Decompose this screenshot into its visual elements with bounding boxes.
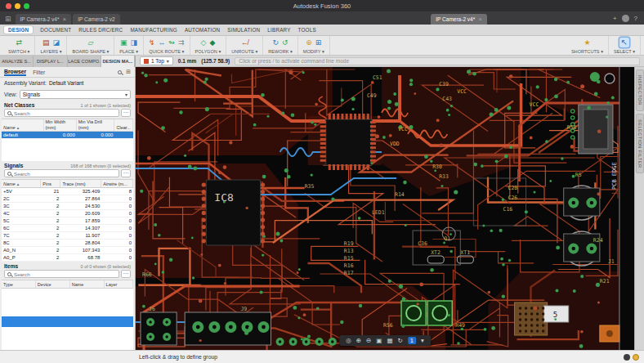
zoom-window-button[interactable] <box>24 3 29 9</box>
table-row[interactable]: +5V21325.4098 <box>2 188 133 195</box>
column-min-via-drill[interactable]: Min Via Drill (mm) <box>77 119 115 131</box>
document-tab[interactable]: IP Camera-2 v4*× <box>16 14 72 25</box>
toolbar-group-label[interactable]: REWORK ▾ <box>268 49 293 54</box>
new-tab-icon[interactable]: + <box>613 16 617 22</box>
workspace-tab-design[interactable]: DESIGN <box>4 26 33 34</box>
board-shape-icon[interactable]: ▱ <box>87 39 93 47</box>
help-icon[interactable]: ? <box>634 16 637 22</box>
column-name[interactable]: Name <box>3 125 16 130</box>
avatar[interactable] <box>622 15 629 22</box>
items-search-input[interactable] <box>14 271 116 277</box>
command-line-input[interactable]: Click or press / to activate command lin… <box>235 57 640 65</box>
view-select[interactable]: Signals ▾ <box>20 90 131 99</box>
place-icon[interactable]: ▣ <box>120 39 127 47</box>
table-row[interactable]: 6C214.3070 <box>2 225 133 232</box>
nav-icon-7[interactable]: ▾ <box>421 338 424 344</box>
tab-close-icon[interactable]: × <box>62 16 66 23</box>
rail-tab-inspector[interactable]: INSPECTOR <box>636 69 644 111</box>
column-type[interactable]: Type <box>2 280 36 288</box>
close-window-button[interactable] <box>6 3 11 9</box>
net-classes-search-input[interactable] <box>14 110 116 116</box>
column-name[interactable]: Name <box>70 280 105 288</box>
panel-tab-2[interactable]: PLACE COMPO... <box>68 56 101 67</box>
app-grid-icon[interactable]: ⊞ <box>5 15 11 23</box>
assembly-variant-value[interactable]: Default Variant <box>49 80 84 86</box>
quick-route-icon[interactable]: ↬ <box>169 39 176 47</box>
document-tab[interactable]: IP Camera-2 v2 <box>73 14 119 25</box>
rework-icon[interactable]: ↺ <box>282 39 288 47</box>
workspace-tab-automation[interactable]: AUTOMATION <box>185 27 220 33</box>
nav-icon-1[interactable]: ⊕ <box>356 338 361 344</box>
items-selection-strip[interactable] <box>2 316 133 327</box>
column-clearance[interactable]: Clear... <box>114 119 133 131</box>
toolbar-group-label[interactable]: SELECT ▾ <box>614 49 635 54</box>
panel-tab-0[interactable]: ANALYZE S... <box>0 56 34 67</box>
quick-route-icon[interactable]: ↯ <box>149 39 155 47</box>
signals-more-button[interactable]: ⋯ <box>121 169 131 177</box>
column-pins[interactable]: Pins <box>41 180 60 187</box>
layer-selector[interactable]: 1 Top ▾ <box>140 56 173 65</box>
signals-search-input[interactable] <box>14 171 116 177</box>
polygon-icon[interactable]: ◆ <box>209 39 215 47</box>
nav-icon-3[interactable]: ▣ <box>376 338 382 344</box>
column-device[interactable]: Device <box>36 280 70 288</box>
pcb-board[interactable]: C51C49C39C43VCCVCCVCCVDDR58R30R33IC8R35R… <box>136 67 634 350</box>
quick-route-icon[interactable]: ↔ <box>159 39 166 47</box>
toolbar-group-label[interactable]: SHORTCUTS ▾ <box>571 49 603 54</box>
place-icon[interactable]: ◨ <box>131 39 138 47</box>
workspace-tab-document[interactable]: DOCUMENT <box>40 27 71 33</box>
job-status-icon[interactable] <box>624 354 630 361</box>
polygon-icon[interactable]: ◇ <box>201 39 207 47</box>
column-min-width[interactable]: Min Width (mm) <box>44 119 77 131</box>
toolbar-group-label[interactable]: PLACE ▾ <box>119 49 138 54</box>
toolbar-group-label[interactable]: SWITCH ▾ <box>8 49 29 54</box>
switch-icon[interactable]: ⇄ <box>16 39 22 47</box>
toolbar-group-label[interactable]: LAYERS ▾ <box>40 49 61 54</box>
workspace-tab-tools[interactable]: TOOLS <box>298 27 316 33</box>
notification-icon[interactable] <box>633 354 639 361</box>
columns-icon[interactable]: ⊞ <box>126 69 131 75</box>
modify-icon[interactable]: ⊕ <box>306 39 312 47</box>
modify-icon[interactable]: ⊞ <box>315 39 322 47</box>
rework-icon[interactable]: ↻ <box>272 39 279 47</box>
select-icon[interactable]: ↖ <box>619 38 629 47</box>
nav-icon-4[interactable]: ▦ <box>387 338 392 344</box>
shortcuts-icon[interactable]: ★ <box>584 39 590 47</box>
toolbar-group-label[interactable]: MODIFY ▾ <box>303 49 324 54</box>
toolbar-group-label[interactable]: QUICK ROUTE ▾ <box>149 49 184 54</box>
net-classes-more-button[interactable]: ⋯ <box>121 109 131 117</box>
tab-filter[interactable]: Filter <box>33 69 45 75</box>
table-row[interactable]: 7C211.9070 <box>2 232 133 240</box>
nav-icon-0[interactable]: ◎ <box>346 338 351 344</box>
unroute-icon[interactable]: ↚ <box>241 39 248 47</box>
table-row[interactable]: 5C217.8590 <box>2 217 133 225</box>
table-row[interactable]: default0.0000.000 <box>2 132 133 139</box>
toolbar-group-label[interactable]: UNROUTE ▾ <box>231 49 257 54</box>
column-layer[interactable]: Layer <box>105 280 133 288</box>
panel-tab-1[interactable]: DISPLAY L... <box>34 56 67 67</box>
tab-close-icon[interactable]: × <box>478 16 482 23</box>
panel-tab-3[interactable]: DESIGN MA... <box>101 56 135 67</box>
column-trace[interactable]: Trace (mm) <box>60 180 101 187</box>
rail-tab-selection-filter[interactable]: SELECTION FILTER <box>636 114 644 173</box>
pcb-canvas[interactable]: C51C49C39C43VCCVCCVCCVDDR58R30R33IC8R35R… <box>136 67 634 350</box>
document-tab[interactable]: IP Camera-2 v4*× <box>431 14 487 25</box>
quick-route-icon[interactable]: ⇉ <box>178 39 185 47</box>
column-airwire[interactable]: Airwire (m... <box>101 180 133 187</box>
table-row[interactable]: 4C220.6090 <box>2 210 133 217</box>
table-row[interactable]: 2C227.8640 <box>2 195 133 203</box>
workspace-tab-rules-drc-erc[interactable]: RULES DRC/ERC <box>78 27 123 33</box>
tab-browser[interactable]: Browser <box>4 69 26 76</box>
workspace-tab-simulation[interactable]: SIMULATION <box>227 27 260 33</box>
minimize-window-button[interactable] <box>15 3 20 9</box>
workspace-tab-manufacturing[interactable]: MANUFACTURING <box>130 27 177 33</box>
nav-icon-5[interactable]: ↻ <box>398 338 403 344</box>
nav-icon-2[interactable]: ⊖ <box>366 338 371 344</box>
layers-icon[interactable]: ◪ <box>52 39 60 47</box>
toolbar-group-label[interactable]: POLYGON ▾ <box>195 49 221 54</box>
toolbar-group-label[interactable]: BOARD SHAPE ▾ <box>72 49 109 54</box>
items-more-button[interactable]: ⋯ <box>121 270 131 278</box>
nav-icon-6[interactable]: 1 <box>408 337 416 345</box>
search-icon[interactable] <box>118 70 122 74</box>
column-name[interactable]: Name <box>3 182 16 186</box>
